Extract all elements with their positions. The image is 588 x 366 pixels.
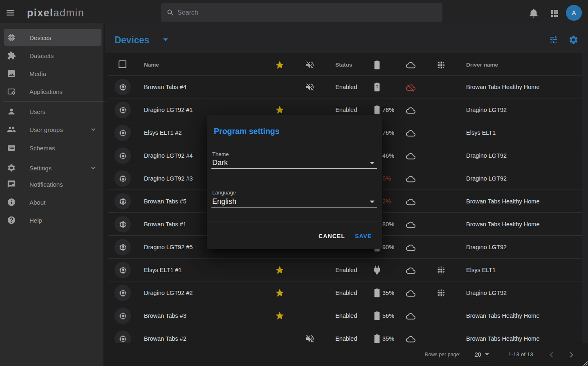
svg-text:?: ? [376, 85, 379, 90]
